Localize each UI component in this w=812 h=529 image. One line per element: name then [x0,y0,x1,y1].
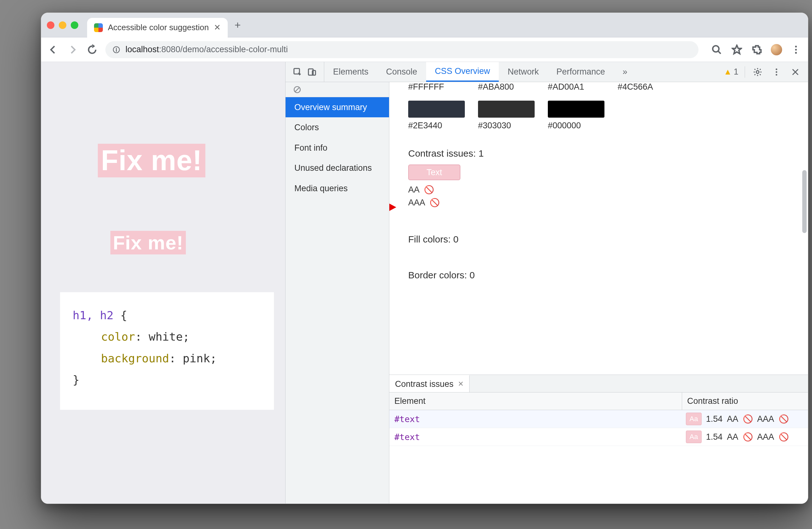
sidebar-item-media-queries[interactable]: Media queries [286,178,389,198]
col-element: Element [389,392,682,410]
tab-performance[interactable]: Performance [548,62,614,82]
svg-rect-11 [312,70,316,75]
fail-icon: 🚫 [779,414,789,424]
page-heading-2: Fix me! [111,231,186,255]
device-toolbar-icon[interactable] [306,66,318,78]
drawer-tab-contrast-issues[interactable]: Contrast issues ✕ [389,375,469,392]
tab-css-overview[interactable]: CSS Overview [426,62,499,82]
annotation-arrow-icon [389,198,396,216]
tab-more[interactable]: » [614,62,636,82]
top-hex-row: #FFFFFF #ABA800 #AD00A1 #4C566A [408,82,789,92]
browser-window: Accessible color suggestion ✕ + localhos… [41,13,808,504]
tab-elements[interactable]: Elements [324,62,377,82]
url-host: localhost [126,45,159,54]
toolbar: localhost:8080/demo/accessible-color-mul… [41,38,808,62]
titlebar: Accessible color suggestion ✕ + [41,13,808,38]
window-controls [47,22,78,29]
fail-icon: 🚫 [779,432,789,442]
css-overview-main: #FFFFFF #ABA800 #AD00A1 #4C566A #2E3440 [389,82,808,503]
tab-console[interactable]: Console [377,62,426,82]
profile-avatar[interactable] [771,44,782,55]
col-contrast-ratio: Contrast ratio [682,392,808,410]
contrast-issues-heading: Contrast issues: 1 [408,148,789,159]
minimize-window-button[interactable] [59,22,66,29]
devtools-menu-icon[interactable] [770,66,783,78]
border-colors-heading: Border colors: 0 [408,270,789,281]
reload-button[interactable] [86,43,99,56]
chrome-menu-button[interactable] [790,43,802,56]
sidebar-item-font-info[interactable]: Font info [286,138,389,158]
table-row[interactable]: #text Aa 1.54 AA 🚫 AAA 🚫 [389,410,808,428]
color-swatch[interactable] [478,101,535,118]
svg-point-7 [795,49,797,51]
hex-label: #FFFFFF [408,82,465,92]
fail-icon: 🚫 [430,198,440,207]
browser-tab[interactable]: Accessible color suggestion ✕ [87,18,228,38]
svg-point-3 [713,46,719,52]
element-cell: #text [389,428,682,446]
ratio-cell: Aa 1.54 AA 🚫 AAA 🚫 [682,410,808,428]
warning-icon: ▲ [724,67,732,77]
close-devtools-icon[interactable] [789,66,802,78]
warning-count: 1 [734,67,738,77]
svg-point-14 [776,71,778,73]
swatch-label: #2E3440 [408,121,442,130]
warning-badge[interactable]: ▲ 1 [724,67,738,77]
svg-line-4 [718,51,721,54]
page-heading-1: Fix me! [98,144,205,177]
clear-overview-icon[interactable] [286,82,389,97]
color-swatch[interactable] [548,101,605,118]
new-tab-button[interactable]: + [235,19,241,31]
tab-title: Accessible color suggestion [108,23,209,32]
element-cell: #text [389,411,682,428]
address-bar[interactable]: localhost:8080/demo/accessible-color-mul… [105,41,698,58]
forward-button[interactable] [66,43,79,56]
close-window-button[interactable] [47,22,54,29]
zoom-indicator-icon[interactable] [710,43,723,56]
rendered-page: Fix me! Fix me! h1, h2 { color: white; b… [41,62,285,503]
extensions-button[interactable] [751,43,763,56]
devtools-drawer: Contrast issues ✕ Element Contrast ratio [389,375,808,503]
sidebar-item-unused-declarations[interactable]: Unused declarations [286,158,389,178]
fail-icon: 🚫 [424,185,434,195]
drawer-rows: #text Aa 1.54 AA 🚫 AAA 🚫 [389,410,808,503]
sample-chip: Aa [686,413,701,425]
content-split: Fix me! Fix me! h1, h2 { color: white; b… [41,62,808,503]
contrast-sample-swatch[interactable]: Text [408,165,460,180]
site-info-icon [112,46,120,54]
inspect-element-icon[interactable] [291,66,304,78]
swatch-label: #000000 [548,121,581,130]
code-selector: h1, h2 [73,309,114,322]
table-row[interactable]: #text Aa 1.54 AA 🚫 AAA 🚫 [389,428,808,446]
aa-results: AA🚫 AAA🚫 [408,183,789,209]
hex-label: #4C566A [618,82,674,92]
svg-point-12 [756,70,759,73]
tab-network[interactable]: Network [499,62,548,82]
favicon-icon [94,23,103,32]
scrollbar-thumb[interactable] [802,170,807,233]
swatch-label: #303030 [478,121,511,130]
ratio-cell: Aa 1.54 AA 🚫 AAA 🚫 [682,428,808,446]
bookmark-button[interactable] [730,43,743,56]
svg-point-6 [795,46,797,47]
color-swatch[interactable] [408,101,465,118]
url-path: :8080/demo/accessible-color-multi [159,45,288,54]
sample-chip: Aa [686,431,701,443]
sidebar-item-colors[interactable]: Colors [286,117,389,138]
svg-line-19 [295,87,300,91]
back-button[interactable] [47,43,59,56]
swatch-row: #2E3440 #303030 #000000 [408,101,789,130]
sidebar-item-overview-summary[interactable]: Overview summary [286,97,389,117]
zoom-window-button[interactable] [71,22,78,29]
close-drawer-tab-icon[interactable]: ✕ [458,380,464,388]
drawer-header-row: Element Contrast ratio [389,392,808,410]
close-tab-button[interactable]: ✕ [214,23,221,32]
svg-marker-5 [733,45,741,54]
settings-icon[interactable] [751,66,764,78]
hex-label: #ABA800 [478,82,535,92]
hex-label: #AD00A1 [548,82,605,92]
fail-icon: 🚫 [743,414,753,424]
fill-colors-heading: Fill colors: 0 [408,234,789,245]
svg-point-13 [776,68,778,70]
css-overview-sidebar: Overview summary Colors Font info Unused… [286,82,389,503]
